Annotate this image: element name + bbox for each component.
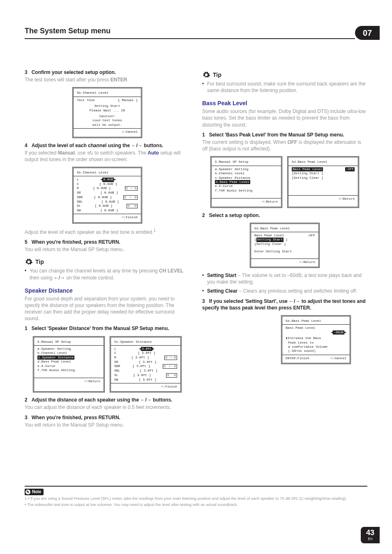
step-1-bass-body: The current setting is displayed. When O…	[202, 139, 367, 152]
tip-row: Tip	[25, 258, 190, 266]
left-column: 3Confirm your selected setup option. The…	[25, 66, 190, 428]
footnote-line: • The subwoofer test tone is output at l…	[25, 502, 367, 508]
step-1-spk: 1Select 'Speaker Distance' from the Manu…	[25, 325, 190, 332]
step-5-body: You will return to the Manual SP Setup m…	[25, 246, 190, 253]
section-bass-peak: Bass Peak Level	[202, 99, 367, 107]
lcd-bass-setup-option: 5d.Bass Peak Level Bass Peak Level:OFF […	[250, 223, 320, 268]
header-bar: The System Setup menu	[25, 26, 355, 39]
step-1-bass: 1Select 'Bass Peak Level' from the Manua…	[202, 132, 367, 138]
speaker-layout-icon: ◫ ∘ ◫	[123, 195, 138, 200]
lcd-speaker-distance: 5c.Speaker Distance L◀3.0ft▶ C[ 3.0ft ] …	[110, 336, 182, 393]
note-label: Note	[32, 489, 41, 495]
step-3-body: The test tones will start after you pres…	[25, 76, 190, 83]
content-columns: 3Confirm your selected setup option. The…	[25, 66, 367, 428]
page-lang: En	[368, 536, 372, 541]
speaker-layout-icon: ◫ ◫	[127, 204, 138, 208]
bass-peak-para: Some audio sources (for example, Dolby D…	[202, 108, 367, 128]
tip-bullet: For best surround sound, make sure the s…	[202, 81, 367, 94]
page-title: The System Setup menu	[25, 26, 355, 36]
lcd-manual-sp-setup: 5.Manual SP Setup a.Speaker Setting b.Ch…	[33, 336, 105, 393]
tip-bullets: You can change the channel levels at any…	[25, 268, 190, 281]
lcd-channel-level-start: 5b.Channel Level Test Tone[ Manual ] Set…	[72, 87, 142, 138]
step-2-bass: 2Select a setup option.	[202, 212, 367, 219]
footnote-section: ✎ Note 1 • If you are using a Sound Pres…	[25, 486, 367, 507]
step-5: 5When you're finished, press RETURN.	[25, 239, 190, 245]
lcd-bass-peak-level: 5d.Bass Peak Level Bass Peak Level:OFF […	[287, 156, 359, 208]
note-badge: ✎ Note	[25, 489, 44, 495]
step-2-spk: 2Adjust the distance of each speaker usi…	[25, 397, 190, 403]
step-title: Confirm your selected setup option.	[32, 69, 116, 75]
dual-lcd-spk: 5.Manual SP Setup a.Speaker Setting b.Ch…	[25, 336, 190, 393]
option-bullets: Setting Start – The volume is set to –60…	[202, 272, 367, 295]
list-item: Setting Clear – Clears any previous sett…	[202, 288, 367, 294]
step-num: 3	[25, 69, 28, 75]
right-column: Tip For best surround sound, make sure t…	[202, 66, 367, 428]
step-3: 3Confirm your selected setup option.	[25, 69, 190, 76]
tip-bullets-right: For best surround sound, make sure the s…	[202, 81, 367, 94]
lcd-channel-level-list: 5b.Channel Level L◀0.0dB▶ C[ 0.0dB ] R[ …	[72, 167, 142, 224]
gear-icon	[202, 71, 210, 79]
pencil-icon: ✎	[25, 489, 30, 494]
chapter-badge: 07	[355, 26, 380, 40]
gear-icon	[25, 258, 33, 266]
page-number-badge: 43 En	[361, 527, 380, 543]
speaker-layout-icon: ◫ ◫	[166, 373, 177, 378]
tip-bullet: You can change the channel levels at any…	[25, 268, 190, 281]
lcd-bass-adjust: 5d.Bass Peak Level Bass Peak Level ◀-60d…	[281, 315, 351, 364]
lcd-manual-sp-setup-2: 5.Manual SP Setup a.Speaker Setting b.Ch…	[210, 156, 282, 208]
tip-row-right: Tip	[202, 71, 367, 79]
step-4-body: If you selected Manual, use ↑/↓ to switc…	[25, 150, 190, 163]
tip-label: Tip	[213, 71, 221, 79]
speaker-distance-para: For good sound depth and separation from…	[25, 295, 190, 322]
section-speaker-distance: Speaker Distance	[25, 287, 190, 295]
footnote-line: 1 • If you are using a Sound Pressure Le…	[25, 496, 367, 501]
speaker-layout-icon: ◫ ▫▫ ◫	[125, 186, 138, 191]
step-3-spk-body: You will return to the Manual SP Setup m…	[25, 422, 190, 428]
step-4: 4Adjust the level of each channel using …	[25, 142, 190, 149]
dual-lcd-bass: 5.Manual SP Setup a.Speaker Setting b.Ch…	[202, 156, 367, 208]
page-number: 43	[366, 529, 374, 536]
list-item: Setting Start – The volume is set to –60…	[202, 272, 367, 285]
speaker-layout-icon: ◫ ∘ ◫	[163, 364, 177, 369]
tip-label: Tip	[35, 258, 44, 266]
after-lcd2-text: Adjust the level of each speaker as the …	[25, 228, 190, 235]
step-2-spk-body: You can adjust the distance of each spea…	[25, 404, 190, 411]
speaker-layout-icon: ◫ ▫▫ ◫	[164, 355, 177, 360]
step-3-bass: 3If you selected 'Setting Start', use ←/…	[202, 298, 367, 311]
step-3-spk: 3When you're finished, press RETURN.	[25, 414, 190, 421]
